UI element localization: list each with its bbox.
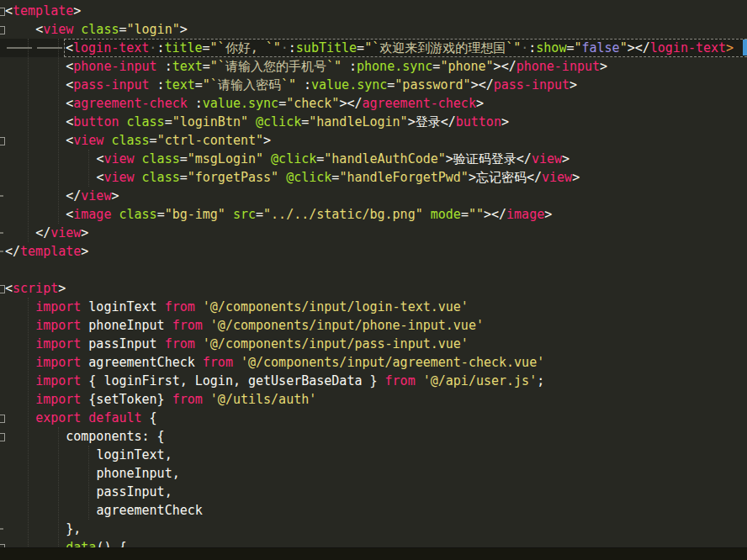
code-editor[interactable]: <template> <view class="login"><login-te… — [0, 0, 747, 560]
code-line[interactable]: <agreement-check :value.sync="check"></a… — [0, 94, 747, 113]
code-token: > — [180, 22, 188, 37]
code-token: view — [532, 151, 562, 166]
code-line[interactable]: agreementCheck — [0, 501, 747, 520]
code-line[interactable]: import {setToken} from '@/utils/auth' — [0, 390, 747, 409]
code-token — [5, 133, 66, 148]
code-token: = — [387, 77, 395, 92]
selection-border — [64, 39, 747, 57]
code-token: from — [165, 336, 195, 351]
code-line[interactable]: <script> — [0, 279, 747, 298]
code-line[interactable]: }, — [0, 520, 747, 538]
code-token — [73, 22, 81, 37]
code-line[interactable]: import phoneInput from '@/components/inp… — [0, 316, 747, 335]
code-token: < — [66, 77, 73, 92]
fold-end-marker — [0, 528, 3, 530]
code-token: : — [342, 59, 357, 74]
code-line[interactable]: <view class="ctrl-content"> — [0, 131, 747, 150]
code-token — [203, 392, 210, 407]
code-line[interactable]: <image class="bg-img" src="../../static/… — [0, 205, 747, 224]
code-token: </ — [517, 151, 532, 166]
code-token: button — [456, 114, 501, 129]
code-token: = — [301, 114, 309, 129]
code-token: > — [501, 114, 509, 129]
code-area[interactable]: <template> <view class="login"><login-te… — [0, 2, 747, 557]
code-line[interactable]: </template> — [0, 242, 747, 261]
code-token: view — [542, 170, 572, 185]
code-token — [5, 503, 96, 518]
tab-whitespace-indicator — [5, 39, 35, 57]
code-token — [5, 429, 66, 444]
code-token: loginText, — [96, 447, 172, 462]
code-line[interactable]: import loginText from '@/components/inpu… — [0, 298, 747, 316]
code-token: image — [506, 207, 544, 222]
code-line[interactable] — [0, 261, 747, 279]
code-token — [203, 318, 210, 333]
code-line[interactable]: <view class="login"> — [0, 20, 747, 39]
code-token: passInput — [81, 336, 164, 351]
code-line[interactable]: <button class="loginBtn" @click="handleL… — [0, 113, 747, 131]
code-token: import — [35, 318, 81, 333]
code-line[interactable]: <pass-input :text="`请输入密码`" :value.sync=… — [0, 76, 747, 94]
code-token: = — [157, 207, 165, 222]
code-line[interactable]: <view class="forgetPass" @click="handleF… — [0, 168, 747, 187]
code-token: '@/components/input/phone-input.vue' — [210, 318, 484, 333]
code-token: "` — [210, 59, 225, 74]
code-token: </ — [527, 170, 542, 185]
code-token: }, — [66, 521, 81, 536]
code-token: '@/utils/auth' — [210, 392, 316, 407]
code-line[interactable]: import { loginFirst, Login, getUserBaseD… — [0, 372, 747, 390]
code-line[interactable]: export default { — [0, 409, 747, 427]
code-token: view — [43, 22, 73, 37]
fold-toggle-icon[interactable] — [0, 285, 5, 293]
code-token — [5, 188, 66, 203]
code-token: export — [35, 410, 81, 425]
code-token: 登录 — [416, 114, 441, 129]
code-token — [248, 114, 256, 129]
code-token: "handleForgetPwd" — [339, 170, 469, 185]
code-token: from — [172, 318, 203, 333]
code-line[interactable]: <phone-input :text="`请输入您的手机号`" :phone.s… — [0, 57, 747, 76]
horizontal-scrollbar[interactable] — [0, 547, 747, 560]
code-token: < — [66, 114, 73, 129]
code-token: = — [150, 133, 157, 148]
tab-whitespace-indicator — [35, 39, 66, 57]
fold-toggle-icon[interactable] — [0, 8, 5, 16]
code-token: phone-input — [517, 59, 600, 74]
code-token: > — [494, 59, 501, 74]
code-line[interactable]: phoneInput, — [0, 464, 747, 483]
code-line[interactable]: components: { — [0, 427, 747, 446]
code-token — [195, 336, 203, 351]
code-line[interactable]: passInput, — [0, 483, 747, 501]
code-token: : — [296, 77, 311, 92]
code-token: : — [157, 59, 172, 74]
code-line[interactable]: loginText, — [0, 446, 747, 464]
code-line[interactable]: <template> — [0, 2, 747, 20]
code-token: '@/components/input/login-text.vue' — [203, 299, 469, 314]
code-token: components: { — [66, 429, 164, 444]
code-token: from — [165, 299, 195, 314]
fold-toggle-icon[interactable] — [0, 26, 5, 34]
code-token: "msgLogin" — [188, 151, 263, 166]
code-line[interactable]: import passInput from '@/components/inpu… — [0, 335, 747, 353]
code-line[interactable]: <view class="msgLogin" @click="handleAut… — [0, 150, 747, 168]
code-token — [5, 299, 35, 314]
code-token: "login" — [127, 22, 180, 37]
code-line[interactable]: import agreementCheck from '@/components… — [0, 353, 747, 372]
code-token: = — [165, 114, 172, 129]
code-token — [5, 521, 66, 536]
fold-end-marker — [0, 232, 3, 234]
fold-toggle-icon[interactable] — [0, 433, 5, 441]
code-token: src — [233, 207, 256, 222]
fold-toggle-icon[interactable] — [0, 415, 5, 423]
code-token: import — [35, 336, 81, 351]
fold-toggle-icon[interactable] — [0, 137, 5, 145]
code-token: "` — [203, 77, 218, 92]
code-token: > — [111, 188, 119, 203]
code-token: view — [50, 225, 81, 240]
code-line[interactable]: </view> — [0, 187, 747, 205]
code-token: > — [81, 225, 88, 240]
code-line[interactable]: </view> — [0, 224, 747, 242]
code-token — [5, 355, 35, 370]
code-token: text — [165, 77, 195, 92]
code-token: > — [600, 59, 607, 74]
